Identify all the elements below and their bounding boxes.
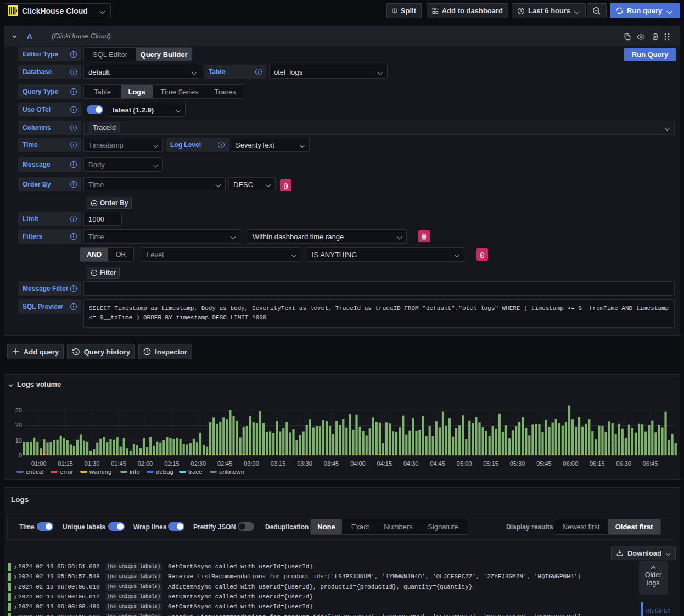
- svg-text:02:00: 02:00: [138, 460, 153, 467]
- svg-text:critical: critical: [26, 468, 44, 475]
- svg-text:unknown: unknown: [219, 468, 244, 475]
- svg-text:trace: trace: [188, 468, 203, 475]
- svg-text:01:00: 01:00: [31, 460, 47, 467]
- svg-text:02:30: 02:30: [191, 460, 206, 467]
- svg-text:06:00: 06:00: [563, 460, 579, 467]
- svg-text:01:30: 01:30: [85, 460, 100, 467]
- svg-text:info: info: [130, 468, 140, 475]
- svg-text:04:45: 04:45: [430, 460, 445, 467]
- svg-text:06:30: 06:30: [616, 460, 631, 467]
- svg-text:05:00: 05:00: [457, 460, 472, 467]
- svg-text:04:15: 04:15: [377, 460, 393, 467]
- svg-text:0: 0: [19, 452, 22, 459]
- svg-text:04:00: 04:00: [350, 460, 366, 467]
- svg-text:02:45: 02:45: [217, 460, 233, 467]
- svg-text:debug: debug: [156, 468, 173, 475]
- svg-text:06:15: 06:15: [590, 460, 605, 467]
- svg-text:20: 20: [15, 422, 22, 428]
- svg-text:03:15: 03:15: [271, 460, 286, 467]
- svg-text:10: 10: [15, 437, 22, 444]
- svg-text:04:30: 04:30: [403, 460, 419, 467]
- svg-text:warning: warning: [89, 468, 111, 475]
- svg-text:30: 30: [15, 407, 22, 414]
- svg-text:05:30: 05:30: [510, 460, 525, 467]
- svg-text:01:45: 01:45: [111, 460, 126, 467]
- svg-text:01:15: 01:15: [58, 460, 73, 467]
- svg-text:05:45: 05:45: [536, 460, 552, 467]
- svg-text:03:30: 03:30: [297, 460, 312, 467]
- svg-text:02:15: 02:15: [164, 460, 180, 467]
- svg-text:error: error: [60, 468, 73, 475]
- svg-text:06:45: 06:45: [643, 460, 658, 467]
- svg-text:05:15: 05:15: [483, 460, 498, 467]
- svg-text:03:45: 03:45: [324, 460, 339, 467]
- svg-text:03:00: 03:00: [244, 460, 259, 467]
